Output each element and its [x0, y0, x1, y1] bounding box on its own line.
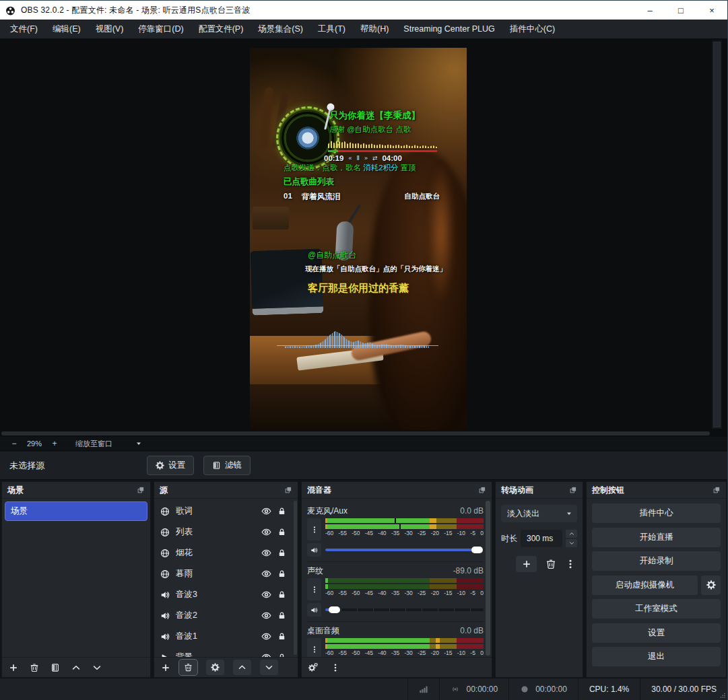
mixer-menu-dots-icon[interactable] [331, 663, 340, 672]
duration-value-field[interactable]: 300 ms [521, 530, 562, 547]
virtual-camera-row: 启动虚拟摄像机 [592, 575, 721, 595]
lock-icon[interactable] [277, 632, 286, 641]
eye-icon[interactable] [261, 527, 271, 537]
advanced-audio-gears-icon[interactable] [308, 663, 318, 672]
scrollbar-thumb[interactable] [713, 42, 721, 427]
control-button-6[interactable]: 设置 [592, 623, 721, 643]
meter-scale: -60-55-50-45-40-35-30-25-20-15-10-50 [325, 530, 484, 536]
mute-speaker-button[interactable] [307, 603, 321, 617]
minimize-button[interactable]: – [634, 1, 665, 20]
lock-icon[interactable] [277, 653, 286, 657]
remove-scene-button[interactable] [30, 663, 39, 672]
transition-select[interactable]: 淡入淡出 [501, 505, 577, 522]
move-scene-up-button[interactable] [71, 663, 81, 672]
move-source-down-button[interactable] [260, 660, 278, 675]
source-filters-button[interactable]: 滤镜 [203, 456, 251, 475]
spin-down-button[interactable] [566, 539, 577, 547]
menu-item-1[interactable]: 文件(F) [3, 20, 45, 38]
virtual-camera-config-button[interactable] [701, 575, 721, 595]
channel-menu-dots-button[interactable] [307, 518, 321, 540]
lock-icon[interactable] [277, 569, 286, 578]
scrollbar-thumb[interactable] [1, 431, 710, 435]
control-button-3[interactable]: 开始录制 [592, 551, 721, 571]
menu-item-2[interactable]: 编辑(E) [45, 20, 88, 38]
channel-menu-dots-button[interactable] [307, 638, 321, 657]
fit-to-window-label[interactable]: 缩放至窗口 [75, 439, 112, 449]
source-row-6[interactable]: 音波2 [154, 605, 292, 626]
source-properties-gear-button[interactable] [206, 660, 224, 675]
eye-icon[interactable] [261, 569, 271, 579]
eye-icon[interactable] [261, 590, 271, 600]
preview-canvas[interactable]: 只为你着迷【李秉成】 感谢 @自助点歌台 点歌 00:19 « Ⅱ » ⇄ 04… [0, 39, 727, 430]
add-scene-button[interactable] [9, 663, 18, 672]
source-row-3[interactable]: 烟花 [154, 542, 292, 563]
transition-current-label: 淡入淡出 [501, 508, 561, 520]
scene-list-item[interactable]: 场景 [5, 501, 147, 521]
meter-tick-label: -45 [365, 590, 373, 596]
spin-up-button[interactable] [566, 530, 577, 538]
lock-icon[interactable] [277, 611, 286, 620]
transition-menu-dots-icon[interactable] [565, 559, 576, 569]
menu-item-9[interactable]: Streaming Center PLUG [396, 20, 502, 38]
eye-icon[interactable] [261, 506, 271, 516]
source-row-7[interactable]: 音波1 [154, 626, 292, 647]
mute-speaker-button[interactable] [307, 543, 321, 557]
menu-item-10[interactable]: 插件中心(C) [502, 20, 562, 38]
popout-dock-icon[interactable] [284, 486, 292, 494]
popout-dock-icon[interactable] [137, 486, 145, 494]
scene-filters-button[interactable] [51, 663, 60, 672]
mixer-scrollbar[interactable] [486, 501, 490, 656]
lock-icon[interactable] [277, 549, 286, 557]
menu-item-8[interactable]: 帮助(H) [353, 20, 396, 38]
program-video[interactable]: 只为你着迷【李秉成】 感谢 @自助点歌台 点歌 00:19 « Ⅱ » ⇄ 04… [250, 48, 467, 430]
add-transition-button[interactable] [516, 556, 537, 572]
channel-meter-row: -60-55-50-45-40-35-30-25-20-15-10-50 [307, 638, 484, 657]
zoom-in-button[interactable]: + [48, 439, 61, 448]
slider-handle[interactable] [329, 606, 340, 613]
popout-dock-icon[interactable] [569, 486, 577, 494]
source-row-8[interactable]: 背景 [154, 647, 292, 657]
control-button-5[interactable]: 工作室模式 [592, 599, 721, 619]
move-source-up-button[interactable] [233, 660, 251, 675]
preview-vertical-scrollbar[interactable] [712, 40, 722, 429]
lock-icon[interactable] [277, 507, 286, 516]
menu-item-3[interactable]: 视图(V) [88, 20, 131, 38]
popout-dock-icon[interactable] [713, 486, 721, 494]
control-button-1[interactable]: 插件中心 [592, 503, 721, 523]
source-row-2[interactable]: 列表 [154, 522, 292, 542]
menu-item-6[interactable]: 场景集合(S) [251, 20, 310, 38]
slider-track[interactable] [325, 608, 484, 611]
eye-icon[interactable] [261, 610, 271, 621]
source-row-1[interactable]: 歌词 [154, 501, 292, 522]
lock-icon[interactable] [277, 528, 286, 536]
source-row-4[interactable]: 暮雨 [154, 563, 292, 584]
eye-icon[interactable] [261, 652, 271, 657]
move-scene-down-button[interactable] [92, 663, 102, 672]
source-row-5[interactable]: 音波3 [154, 584, 292, 605]
sources-scrollbar[interactable] [294, 501, 297, 655]
add-source-button[interactable] [161, 663, 170, 672]
control-button-2[interactable]: 开始直播 [592, 528, 721, 547]
maximize-button[interactable]: □ [665, 1, 696, 20]
remove-transition-button[interactable] [545, 559, 556, 569]
menu-item-4[interactable]: 停靠窗口(D) [131, 20, 191, 38]
menu-item-7[interactable]: 工具(T) [310, 20, 353, 38]
fit-dropdown-caret-icon[interactable] [135, 440, 142, 447]
volume-slider[interactable] [325, 605, 484, 615]
popout-dock-icon[interactable] [478, 486, 486, 494]
eye-icon[interactable] [261, 631, 271, 641]
preview-horizontal-scrollbar[interactable] [0, 430, 727, 437]
control-button-4[interactable]: 启动虚拟摄像机 [592, 575, 698, 595]
volume-slider[interactable] [325, 545, 484, 555]
zoom-out-button[interactable]: − [8, 439, 20, 448]
close-button[interactable]: × [696, 1, 727, 20]
resize-grip[interactable] [719, 691, 726, 699]
control-button-7[interactable]: 退出 [592, 647, 721, 666]
remove-source-button[interactable] [179, 660, 197, 675]
channel-menu-dots-button[interactable] [307, 578, 321, 600]
lock-icon[interactable] [277, 590, 286, 599]
source-properties-button[interactable]: 设置 [147, 456, 194, 475]
eye-icon[interactable] [261, 548, 271, 558]
slider-handle[interactable] [471, 547, 483, 553]
menu-item-5[interactable]: 配置文件(P) [191, 20, 251, 38]
